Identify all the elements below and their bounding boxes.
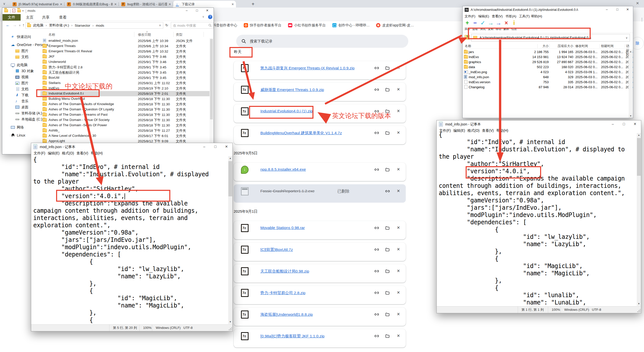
remove-download-icon[interactable]: ✕ [397, 109, 402, 114]
menu-format[interactable]: 格式(O) [62, 151, 74, 156]
remove-download-icon[interactable]: ✕ [397, 130, 402, 135]
file-row[interactable]: Emergent Threats-IX Revival 2025/9/6 上午 … [41, 49, 212, 54]
sidebar-item[interactable]: 网络 [2, 124, 40, 130]
column-header-name[interactable]: 名称 [49, 32, 55, 37]
copy-link-icon[interactable] [374, 247, 379, 252]
download-item[interactable]: Movable Stations 0.98.rar ✕ [234, 221, 406, 239]
download-item[interactable]: 海盗拓展[Underworld]1.8.8.zip ✕ [234, 307, 406, 326]
toolbar-button[interactable]: → 复制 [487, 19, 495, 33]
sidebar-item[interactable]: 桌面 [2, 104, 40, 110]
menu-edit[interactable]: 编辑(E) [478, 14, 489, 19]
archive-file-row[interactable]: Changelog 87 946 28 014 2025-06-03 0... … [463, 85, 629, 90]
download-item[interactable]: 威胁渐显 Emergent Threats 1.0.9.zip ✕ [234, 83, 406, 101]
remove-download-icon[interactable]: ✕ [397, 189, 402, 194]
remove-download-icon[interactable]: ✕ [397, 247, 402, 252]
remove-download-icon[interactable]: ✕ [397, 87, 402, 92]
sidebar-item[interactable]: 视频 [2, 74, 40, 80]
minimize-button[interactable]: – [199, 143, 210, 150]
close-button[interactable]: ✕ [623, 6, 633, 13]
archive-file-row[interactable]: jars 2 186 755 1 994 165 2025-06-03 0...… [463, 50, 629, 55]
ribbon-collapse-icon[interactable]: ∨ [202, 15, 204, 18]
sidebar-item[interactable]: Linux [2, 133, 40, 139]
file-row[interactable]: Ashlib_ 2025/8/18 下午 11:27 文件夹 [41, 128, 212, 133]
resize-grip[interactable] [637, 309, 640, 313]
sidebar-item[interactable]: 文档 [2, 54, 40, 60]
back-icon[interactable]: ← [6, 23, 10, 27]
sidebar-item[interactable]: 文档 [2, 86, 40, 92]
file-row[interactable]: Ashes of The Domain -Seats Of Power 2025… [41, 123, 212, 128]
menu-bookmarks[interactable]: 书签(A) [505, 14, 516, 19]
close-button[interactable]: ✕ [203, 8, 212, 14]
show-in-folder-icon[interactable] [385, 290, 390, 295]
download-filename-link[interactable]: Fossic-CrashReporter1.1.2.exe [260, 189, 314, 193]
copy-link-icon[interactable] [374, 130, 379, 136]
sevenzip-scrollbar[interactable]: ▲ ▼ [629, 50, 633, 118]
notepad-text-area[interactable]: { "id":"IndEvo", # internal id "name":"I… [33, 156, 209, 324]
remove-download-icon[interactable]: ✕ [397, 65, 402, 70]
copy-link-icon[interactable] [374, 167, 379, 172]
file-row[interactable]: enabled_mods.json 2025/9/6 上午 10:39 JSON… [41, 38, 212, 43]
browser-tab[interactable]: 0.98版游戏崩溃退出Bug - Bug… ✕ [64, 1, 119, 8]
show-in-folder-icon[interactable] [385, 269, 390, 274]
menu-view[interactable]: 查看(V) [492, 14, 503, 19]
file-row[interactable]: Building Menu Overhaul 2025/8/18 下午 11:3… [41, 96, 212, 102]
column-header-type[interactable]: 类型 [176, 32, 182, 37]
address-field[interactable]: A:\chromdownload\Industrial.Evolution4.0… [471, 34, 630, 41]
copy-link-icon[interactable] [374, 334, 379, 339]
close-button[interactable]: ✕ [221, 143, 232, 150]
file-row[interactable]: Emergent Threats 2025/9/6 上午 10:34 文件夹 [41, 43, 212, 49]
resize-grip[interactable] [228, 327, 232, 331]
download-item[interactable]: 第九战斗群复兴 Emergent Threats-IX Revival 1.0.… [234, 61, 406, 79]
address-dropdown-icon[interactable]: ∨ [626, 36, 628, 39]
ribbon-share-tab[interactable]: 共享 [42, 14, 50, 21]
ribbon-view-tab[interactable]: 查看 [59, 14, 67, 21]
toolbar-button[interactable]: − 提取 [471, 19, 479, 33]
file-row[interactable]: A New Level of Confidence - 30 2025/8/17… [41, 133, 212, 139]
history-chevron-icon[interactable]: ∨ [19, 24, 21, 27]
remove-download-icon[interactable]: ✕ [397, 167, 402, 172]
maximize-button[interactable]: □ [193, 8, 201, 14]
sevenzip-title-bar[interactable]: 7z A:\chromdownload\Industrial.Evolution… [463, 6, 633, 13]
download-item[interactable]: 势力-卡特贸易公司 2.8.zip ✕ [234, 286, 406, 304]
column-packed[interactable]: 压缩后大小 [552, 44, 573, 48]
sidebar-item[interactable]: 3D 对象 [2, 68, 40, 74]
download-filename-link[interactable]: 势力-卡特贸易公司 2.8.zip [260, 290, 305, 296]
maximize-button[interactable]: □ [210, 143, 221, 150]
copy-link-icon[interactable] [374, 290, 379, 295]
file-row[interactable]: Industrial.Evolution4.0.i 2025/8/19 下午 2… [41, 91, 212, 96]
tab-close-icon[interactable]: ✕ [169, 3, 171, 6]
download-item[interactable]: 天工联合船舶设计局0.98.zip ✕ [234, 264, 406, 283]
tab-close-icon[interactable]: ✕ [231, 3, 234, 6]
menu-file[interactable]: 文件(F) [465, 14, 475, 19]
remove-download-icon[interactable]: ✕ [397, 312, 402, 317]
file-row[interactable]: Underworld 2025/9/1 下午 3:46 文件夹 [41, 59, 212, 65]
file-row[interactable]: BoxUtil 2025/9/1 下午 3:45 文件夹 [41, 75, 212, 80]
archive-file-row[interactable]: IndEvo.version 753 335 2025-06-03 0... 2… [463, 80, 629, 85]
menu-help[interactable]: 帮助(H) [531, 14, 542, 19]
menu-edit[interactable]: 编辑(E) [48, 151, 60, 156]
browser-tab[interactable]: 下载记录 ✕ [173, 1, 236, 8]
help-icon[interactable]: ? [208, 15, 212, 19]
show-in-folder-icon[interactable] [385, 334, 390, 339]
tab-close-icon[interactable]: ✕ [114, 3, 117, 6]
sidebar-item[interactable]: 图片 [2, 80, 40, 86]
download-item[interactable]: npp.8.8.5.Installer.x64.exe ✕ [234, 163, 406, 181]
explorer-search-input[interactable]: 在 mods 中搜索 [171, 22, 214, 29]
toolbar-button[interactable]: i 信息 [510, 19, 518, 33]
file-row[interactable]: 天工联合船舶设计局 2025/9/1 下午 3:45 文件夹 [41, 70, 212, 75]
show-in-folder-icon[interactable] [385, 87, 390, 92]
bookmark-item[interactable]: 皮皮虾app官网-皮… [376, 23, 414, 28]
up-icon[interactable]: ↑ [22, 23, 24, 27]
download-filename-link[interactable]: [0.98a][C]势力极客联盟 JKF 1.1.0.zip [260, 334, 325, 339]
copy-link-icon[interactable] [385, 189, 390, 194]
file-row[interactable]: 势力-卡特贸易公司 2.8 2025/9/1 下午 3:45 文件夹 [41, 65, 212, 70]
download-filename-link[interactable]: 天工联合船舶设计局0.98.zip [260, 269, 309, 274]
sidebar-item[interactable]: 本地磁盘 (C:) [2, 116, 40, 122]
ribbon-home-tab[interactable]: 主页 [26, 14, 33, 21]
remove-download-icon[interactable]: ✕ [397, 269, 402, 274]
toolbar-button[interactable]: → 移动 [495, 19, 502, 33]
new-tab-button[interactable]: + [252, 1, 255, 7]
menu-file[interactable]: 文件(F) [34, 151, 45, 156]
minimize-button[interactable]: – [607, 120, 618, 128]
file-row[interactable]: Ashes of The Domain- Vaults of Knowledge… [41, 102, 212, 107]
